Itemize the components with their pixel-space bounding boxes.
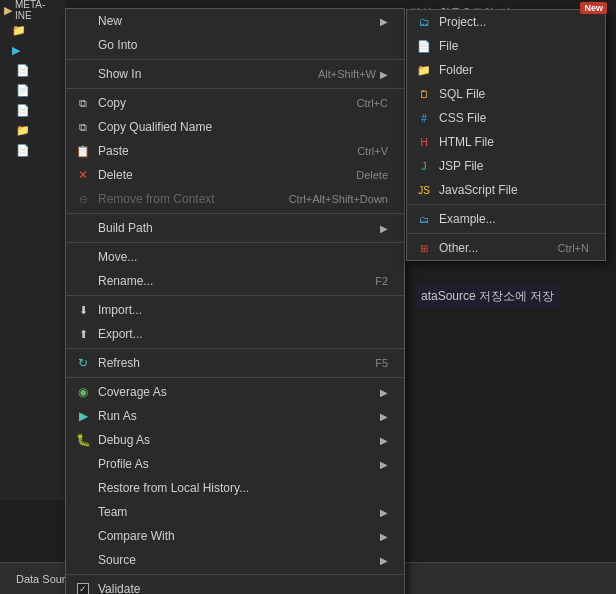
explorer-item-fo: 📁 [0,120,65,140]
import-icon: ⬇ [74,301,92,319]
submenu-other[interactable]: ⊞ Other... Ctrl+N [407,236,605,260]
submenu-htmlfile[interactable]: H HTML File [407,130,605,154]
menu-item-import[interactable]: ⬇ Import... [66,298,404,322]
submenu-cssfile[interactable]: # CSS File [407,106,605,130]
source-icon [74,551,92,569]
compare-icon [74,527,92,545]
sep2 [66,88,404,89]
sep8 [66,574,404,575]
removecontext-icon: ⊖ [74,190,92,208]
menu-item-runas[interactable]: ▶ Run As ▶ [66,404,404,428]
example-icon: 🗂 [415,210,433,228]
validate-icon [74,580,92,594]
delete-icon: ✕ [74,166,92,184]
menu-item-source[interactable]: Source ▶ [66,548,404,572]
file-new-icon: 📄 [415,37,433,55]
submenu-project[interactable]: 🗂 Project... [407,10,605,34]
new-tooltip-badge: New [580,2,607,14]
css-icon: # [415,109,433,127]
buildpath-icon [74,219,92,237]
showin-icon [74,65,92,83]
explorer-item-file1: 📄 [0,80,65,100]
sep6 [66,348,404,349]
javascript-icon: JS [415,181,433,199]
menu-item-rename[interactable]: Rename... F2 [66,269,404,293]
file-explorer: ▶ META-INE 📁 ▶ 📄 📄 📄 📁 📄 [0,0,65,500]
sep1 [66,59,404,60]
menu-item-copy[interactable]: ⧉ Copy Ctrl+C [66,91,404,115]
sql-icon: 🗒 [415,85,433,103]
team-icon [74,503,92,521]
copy-icon: ⧉ [74,94,92,112]
submenu-sep1 [407,204,605,205]
menu-item-refresh[interactable]: ↻ Refresh F5 [66,351,404,375]
run-icon: ▶ [74,407,92,425]
explorer-item-file2: 📄 [0,100,65,120]
restore-icon [74,479,92,497]
sep3 [66,213,404,214]
menu-item-debugas[interactable]: 🐛 Debug As ▶ [66,428,404,452]
menu-item-profileas[interactable]: Profile As ▶ [66,452,404,476]
export-icon: ⬆ [74,325,92,343]
korean-overlay: ataSource 저장소에 저장 [415,285,560,308]
menu-item-comparewith[interactable]: Compare With ▶ [66,524,404,548]
menu-item-showin[interactable]: Show In Alt+Shift+W ▶ [66,62,404,86]
sep5 [66,295,404,296]
other-icon: ⊞ [415,239,433,257]
menu-item-paste[interactable]: 📋 Paste Ctrl+V [66,139,404,163]
menu-item-new[interactable]: New ▶ [66,9,404,33]
debug-icon: 🐛 [74,431,92,449]
move-icon [74,248,92,266]
sep4 [66,242,404,243]
submenu-example[interactable]: 🗂 Example... [407,207,605,231]
submenu-jspfile[interactable]: J JSP File [407,154,605,178]
menu-item-removecontext: ⊖ Remove from Context Ctrl+Alt+Shift+Dow… [66,187,404,211]
menu-item-restorehistory[interactable]: Restore from Local History... [66,476,404,500]
coverage-icon: ◉ [74,383,92,401]
menu-item-team[interactable]: Team ▶ [66,500,404,524]
menu-item-buildpath[interactable]: Build Path ▶ [66,216,404,240]
validate-checkbox [77,583,89,594]
menu-item-gointo[interactable]: Go Into [66,33,404,57]
submenu-file[interactable]: 📄 File [407,34,605,58]
menu-item-new-container: New ▶ 🗂 Project... 📄 File 📁 Folde [66,9,404,33]
explorer-item-up: 📁 [0,20,65,40]
submenu-sep2 [407,233,605,234]
paste-icon: 📋 [74,142,92,160]
gointo-icon [74,36,92,54]
menu-item-export[interactable]: ⬆ Export... [66,322,404,346]
new-submenu: 🗂 Project... 📄 File 📁 Folder 🗒 [406,9,606,261]
submenu-folder[interactable]: 📁 Folder [407,58,605,82]
project-icon: 🗂 [415,13,433,31]
menu-item-copyqualified[interactable]: ⧉ Copy Qualified Name [66,115,404,139]
copyqualified-icon: ⧉ [74,118,92,136]
new-icon [74,12,92,30]
explorer-item-w: ▶ [0,40,65,60]
submenu-jsfile[interactable]: JS JavaScript File [407,178,605,202]
sep7 [66,377,404,378]
menu-item-coverageas[interactable]: ◉ Coverage As ▶ [66,380,404,404]
html-icon: H [415,133,433,151]
folder-new-icon: 📁 [415,61,433,79]
rename-icon [74,272,92,290]
explorer-item-no: 📄 [0,140,65,160]
refresh-icon: ↻ [74,354,92,372]
explorer-item-meta: ▶ META-INE [0,0,65,20]
profile-icon [74,455,92,473]
jsp-icon: J [415,157,433,175]
context-menu: New ▶ 🗂 Project... 📄 File 📁 Folde [65,8,405,594]
explorer-item-em: 📄 [0,60,65,80]
menu-item-delete[interactable]: ✕ Delete Delete [66,163,404,187]
submenu-sqlfile[interactable]: 🗒 SQL File [407,82,605,106]
menu-item-move[interactable]: Move... [66,245,404,269]
menu-item-validate[interactable]: Validate [66,577,404,594]
